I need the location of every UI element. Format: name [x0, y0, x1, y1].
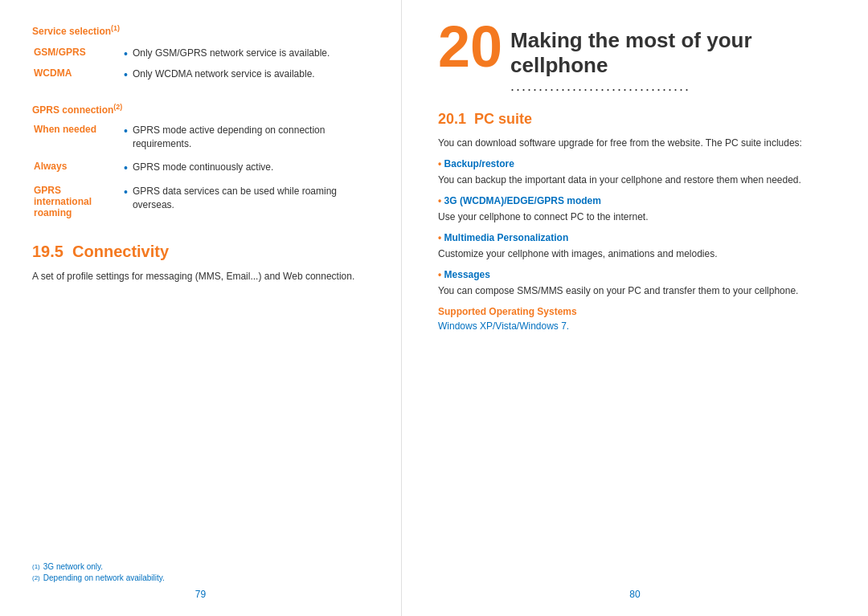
left-page: Service selection(1) GSM/GPRS • Only GSM… — [0, 0, 402, 616]
footnotes: (1) 3G network only. (2) Depending on ne… — [32, 561, 373, 584]
service-table: GSM/GPRS • Only GSM/GPRS network service… — [32, 43, 373, 87]
bullet-multimedia-heading: Multimedia Personalization — [438, 232, 836, 243]
section-title: Connectivity — [72, 243, 169, 260]
page-container: Service selection(1) GSM/GPRS • Only GSM… — [0, 0, 868, 616]
page-number-right: 80 — [629, 589, 640, 600]
gsm-gprs-desc: • Only GSM/GPRS network service is avail… — [124, 45, 371, 64]
footnote-2-sup: (2) — [32, 573, 40, 582]
bullet-item: • GPRS mode continuously active. — [124, 161, 371, 175]
subsection-heading: 20.1 PC suite — [438, 111, 836, 128]
bullet-messages-heading: Messages — [438, 269, 836, 280]
supported-os-heading: Supported Operating Systems — [438, 306, 836, 317]
section-body: A set of profile settings for messaging … — [32, 269, 373, 284]
gsm-gprs-text: Only GSM/GPRS network service is availab… — [133, 47, 371, 60]
supported-os-text: Windows XP/Vista/Windows 7. — [438, 320, 836, 332]
bullet-dot: • — [124, 67, 128, 82]
bullet-dot: • — [124, 161, 128, 175]
gprs-roaming-desc: • GPRS data services can be used while r… — [124, 185, 371, 225]
bullet-messages-body: You can compose SMS/MMS easily on your P… — [438, 284, 836, 298]
gprs-connection-label: GPRS connection(2) — [32, 103, 373, 116]
service-selection-text: Service selection — [32, 26, 111, 37]
subsection-title: PC suite — [474, 111, 532, 127]
footnote-1: (1) 3G network only. — [32, 561, 373, 573]
chapter-dots: ................................ — [510, 78, 836, 95]
gprs-connection-sup: (2) — [113, 103, 122, 111]
always-text: GPRS mode continuously active. — [133, 161, 371, 174]
bullet-item: • Only WCDMA network service is availabl… — [124, 67, 371, 82]
footnote-2: (2) Depending on network availability. — [32, 573, 373, 584]
gprs-connection-text: GPRS connection — [32, 104, 113, 116]
chapter-title: Making the most of your cellphone — [510, 24, 836, 78]
when-needed-desc: • GPRS mode active depending on connecti… — [124, 124, 371, 159]
footnote-1-text: 3G network only. — [43, 561, 103, 573]
section-19-5: 19.5 Connectivity A set of profile setti… — [32, 243, 373, 284]
table-row: GSM/GPRS • Only GSM/GPRS network service… — [34, 45, 371, 64]
table-row: When needed • GPRS mode active depending… — [34, 124, 371, 159]
bullet-item: • Only GSM/GPRS network service is avail… — [124, 47, 371, 61]
footnote-2-text: Depending on network availability. — [43, 573, 165, 584]
gprs-roaming-label: GPRS international roaming — [34, 185, 122, 225]
always-desc: • GPRS mode continuously active. — [124, 161, 371, 183]
intro-text: You can download software upgrade for fr… — [438, 136, 836, 150]
wcdma-text: Only WCDMA network service is available. — [133, 67, 371, 81]
bullet-dot: • — [124, 185, 128, 199]
gprs-section: GPRS connection(2) When needed • GPRS mo… — [32, 103, 373, 226]
bullet-item: • GPRS data services can be used while r… — [124, 185, 371, 212]
bullet-multimedia-body: Customize your cellphone with images, an… — [438, 247, 836, 261]
service-selection-label: Service selection(1) — [32, 24, 373, 37]
table-row: GPRS international roaming • GPRS data s… — [34, 185, 371, 225]
chapter-number: 20 — [438, 18, 502, 75]
gprs-table: When needed • GPRS mode active depending… — [32, 122, 373, 226]
bullet-backup-body: You can backup the important data in you… — [438, 173, 836, 187]
right-page: 20 Making the most of your cellphone ...… — [402, 0, 868, 616]
gsm-gprs-label: GSM/GPRS — [34, 45, 122, 64]
when-needed-text: GPRS mode active depending on connection… — [133, 124, 371, 151]
wcdma-label: WCDMA — [34, 66, 122, 85]
wcdma-desc: • Only WCDMA network service is availabl… — [124, 66, 371, 85]
service-selection-sup: (1) — [111, 24, 120, 32]
section-heading-19-5: 19.5 Connectivity — [32, 243, 373, 261]
bullet-modem-body: Use your cellphone to connect PC to the … — [438, 210, 836, 224]
bullet-item: • GPRS mode active depending on connecti… — [124, 124, 371, 151]
subsection-number: 20.1 — [438, 111, 466, 127]
table-row: Always • GPRS mode continuously active. — [34, 161, 371, 183]
chapter-header: 20 Making the most of your cellphone ...… — [438, 24, 836, 95]
when-needed-label: When needed — [34, 124, 122, 159]
footnote-1-sup: (1) — [32, 562, 40, 571]
section-number: 19.5 — [32, 243, 63, 260]
page-number-left: 79 — [195, 589, 206, 600]
bullet-dot: • — [124, 124, 128, 138]
always-label: Always — [34, 161, 122, 183]
table-row: WCDMA • Only WCDMA network service is av… — [34, 66, 371, 85]
bullet-modem-heading: 3G (WCDMA)/EDGE/GPRS modem — [438, 195, 836, 206]
bullet-backup-heading: Backup/restore — [438, 158, 836, 169]
chapter-title-block: Making the most of your cellphone ......… — [510, 24, 836, 95]
gprs-roaming-text: GPRS data services can be used while roa… — [133, 185, 371, 212]
bullet-dot: • — [124, 47, 128, 61]
